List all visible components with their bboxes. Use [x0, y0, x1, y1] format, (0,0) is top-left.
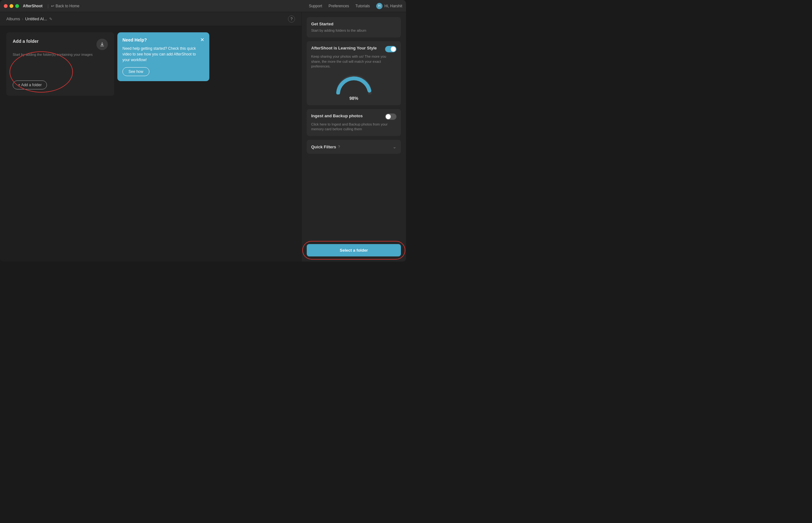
- get-started-panel: Get Started Start by adding folders to t…: [307, 17, 401, 37]
- ingest-panel: Ingest and Backup photos Click here to I…: [307, 109, 401, 136]
- back-to-home-link[interactable]: ↩ Back to Home: [51, 4, 79, 8]
- support-link[interactable]: Support: [309, 4, 322, 8]
- get-started-title: Get Started: [311, 21, 396, 26]
- preferences-link[interactable]: Preferences: [329, 4, 349, 8]
- close-button[interactable]: [4, 4, 7, 8]
- question-icon: ?: [290, 17, 293, 21]
- back-arrow-icon: ↩: [51, 4, 54, 8]
- add-folder-button[interactable]: + Add a folder: [13, 80, 47, 89]
- popup-body: Need help getting started? Check this qu…: [122, 46, 204, 63]
- breadcrumb-right: ?: [288, 16, 295, 22]
- breadcrumb-arrow-icon: ›: [22, 17, 23, 21]
- help-popup: Need Help? ✕ Need help getting started? …: [117, 32, 209, 81]
- app-name: AfterShoot: [23, 4, 42, 8]
- learning-header: AfterShoot is Learning Your Style: [311, 46, 396, 52]
- folder-card-subtitle: Start by adding the folder(s) containing…: [13, 53, 108, 56]
- download-button[interactable]: [96, 39, 108, 50]
- get-started-subtitle: Start by adding folders to the album: [311, 28, 396, 33]
- main-container: Albums › Untitled Al... ✎ ? Add a folder: [0, 12, 406, 262]
- content-area: Albums › Untitled Al... ✎ ? Add a folder: [0, 12, 301, 262]
- ingest-toggle[interactable]: [385, 113, 396, 120]
- titlebar-right: Support Preferences Tutorials H Hi, Hars…: [309, 3, 402, 9]
- gauge-svg: [335, 72, 373, 94]
- add-folder-card: Add a folder Start by adding the folder(…: [6, 32, 114, 96]
- select-folder-wrapper: Select a folder: [307, 244, 401, 256]
- gauge-value: 98%: [349, 96, 358, 101]
- see-how-button[interactable]: See how: [122, 67, 149, 76]
- breadcrumb-current: Untitled Al... ✎: [25, 17, 52, 21]
- quick-filters-header: Quick Filters ? ⌄: [311, 144, 396, 149]
- ingest-subtitle: Click here to Ingest and Backup photos f…: [311, 122, 396, 132]
- titlebar: AfterShoot | ↩ Back to Home Support Pref…: [0, 0, 406, 12]
- folder-card-header: Add a folder: [13, 39, 108, 50]
- breadcrumb-bar: Albums › Untitled Al... ✎ ?: [0, 12, 301, 26]
- toggle-knob: [391, 47, 396, 52]
- ingest-header: Ingest and Backup photos: [311, 113, 396, 120]
- quick-filters-chevron-icon[interactable]: ⌄: [393, 144, 396, 149]
- user-greeting: H Hi, Harshit: [376, 3, 402, 9]
- download-icon: [100, 42, 105, 47]
- edit-icon[interactable]: ✎: [49, 17, 52, 21]
- learning-subtitle: Keep sharing your photos with us! The mo…: [311, 54, 396, 69]
- popup-header: Need Help? ✕: [122, 37, 204, 42]
- popup-title: Need Help?: [122, 37, 147, 42]
- quick-filters-panel: Quick Filters ? ⌄: [307, 140, 401, 154]
- work-area: Add a folder Start by adding the folder(…: [0, 26, 301, 262]
- learning-toggle[interactable]: [385, 46, 396, 52]
- ingest-toggle-knob: [386, 114, 391, 119]
- quick-filters-title: Quick Filters: [311, 145, 336, 149]
- titlebar-separator: |: [48, 4, 49, 8]
- greeting-text: Hi, Harshit: [385, 4, 402, 8]
- gauge-chart: 98%: [311, 72, 396, 101]
- select-folder-button[interactable]: Select a folder: [307, 244, 401, 256]
- breadcrumb-help-button[interactable]: ?: [288, 16, 295, 22]
- back-to-home-label: Back to Home: [55, 4, 79, 8]
- maximize-button[interactable]: [15, 4, 19, 8]
- ingest-title: Ingest and Backup photos: [311, 113, 363, 118]
- learning-panel: AfterShoot is Learning Your Style Keep s…: [307, 41, 401, 105]
- breadcrumb-albums[interactable]: Albums: [6, 17, 20, 21]
- quick-filters-help-icon[interactable]: ?: [338, 145, 340, 149]
- tutorials-link[interactable]: Tutorials: [355, 4, 370, 8]
- avatar: H: [376, 3, 383, 9]
- minimize-button[interactable]: [10, 4, 13, 8]
- popup-close-button[interactable]: ✕: [200, 37, 204, 42]
- traffic-lights: [4, 4, 19, 8]
- learning-title: AfterShoot is Learning Your Style: [311, 46, 377, 50]
- breadcrumb-current-label: Untitled Al...: [25, 17, 47, 21]
- right-sidebar: Get Started Start by adding folders to t…: [301, 12, 406, 262]
- folder-card-title: Add a folder: [13, 39, 39, 44]
